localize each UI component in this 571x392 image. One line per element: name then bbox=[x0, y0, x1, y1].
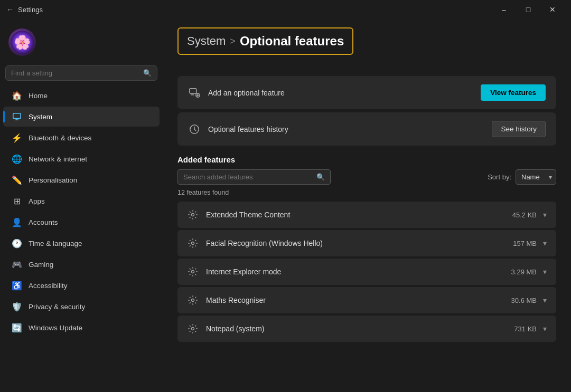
feature-row[interactable]: Facial Recognition (Windows Hello) 157 M… bbox=[177, 230, 556, 256]
feature-size: 157 MB bbox=[513, 240, 537, 247]
svg-rect-3 bbox=[190, 88, 196, 93]
feature-size: 45.2 KB bbox=[512, 211, 537, 219]
sort-select[interactable]: Name Size bbox=[516, 169, 556, 185]
update-icon: 🔄 bbox=[12, 322, 22, 333]
feature-right: 30.6 MB ▾ bbox=[511, 296, 547, 304]
sidebar-search-input[interactable] bbox=[11, 69, 139, 77]
accessibility-icon: ♿ bbox=[12, 280, 22, 291]
feature-gear-icon bbox=[187, 294, 199, 306]
features-search-icon: 🔍 bbox=[316, 173, 325, 181]
feature-row-left: Internet Explorer mode bbox=[187, 266, 281, 278]
feature-row-left: Extended Theme Content bbox=[187, 209, 290, 221]
maximize-button[interactable]: □ bbox=[516, 0, 540, 19]
feature-size: 731 KB bbox=[514, 325, 537, 333]
feature-name: Notepad (system) bbox=[206, 324, 264, 333]
sidebar-item-system[interactable]: System bbox=[3, 107, 160, 127]
feature-right: 731 KB ▾ bbox=[514, 324, 547, 333]
svg-point-9 bbox=[192, 214, 194, 216]
sidebar-item-network[interactable]: 🌐 Network & internet bbox=[3, 149, 160, 169]
title-bar-left: ← Settings bbox=[6, 5, 43, 14]
back-icon[interactable]: ← bbox=[6, 5, 14, 14]
sort-by-container: Sort by: Name Size bbox=[488, 169, 556, 185]
feature-list: Extended Theme Content 45.2 KB ▾ Facial … bbox=[177, 202, 556, 342]
sidebar-item-apps[interactable]: ⊞ Apps bbox=[3, 191, 160, 211]
feature-size: 30.6 MB bbox=[511, 297, 537, 304]
feature-name: Maths Recogniser bbox=[206, 296, 266, 304]
feature-row-left: Notepad (system) bbox=[187, 323, 264, 334]
chevron-down-icon: ▾ bbox=[543, 267, 547, 276]
system-icon bbox=[12, 111, 22, 122]
page-header-wrapper: System > Optional features bbox=[177, 27, 556, 65]
features-search-input[interactable] bbox=[183, 173, 312, 181]
features-toolbar: 🔍 Sort by: Name Size bbox=[177, 169, 556, 185]
feature-gear-icon bbox=[187, 266, 199, 278]
personalisation-icon: ✏️ bbox=[12, 175, 22, 185]
breadcrumb-current: Optional features bbox=[240, 34, 344, 49]
feature-row[interactable]: Extended Theme Content 45.2 KB ▾ bbox=[177, 202, 556, 228]
sidebar-item-accessibility[interactable]: ♿ Accessibility bbox=[3, 275, 160, 295]
features-count: 12 features found bbox=[177, 189, 556, 196]
avatar bbox=[8, 28, 36, 56]
svg-point-12 bbox=[192, 299, 194, 302]
svg-rect-0 bbox=[13, 113, 21, 119]
minimize-button[interactable]: – bbox=[492, 0, 516, 19]
sort-wrapper[interactable]: Name Size bbox=[516, 169, 556, 185]
features-search-box[interactable]: 🔍 bbox=[177, 169, 331, 185]
sidebar-item-personalisation[interactable]: ✏️ Personalisation bbox=[3, 170, 160, 190]
add-feature-card: Add an optional feature View features bbox=[177, 76, 556, 109]
sort-by-label: Sort by: bbox=[488, 173, 511, 181]
gaming-icon: 🎮 bbox=[12, 259, 22, 270]
feature-gear-icon bbox=[187, 209, 199, 221]
feature-size: 3.29 MB bbox=[511, 268, 537, 276]
sidebar-item-label-bluetooth: Bluetooth & devices bbox=[29, 134, 91, 142]
feature-row[interactable]: Internet Explorer mode 3.29 MB ▾ bbox=[177, 259, 556, 285]
sidebar-item-privacy[interactable]: 🛡️ Privacy & security bbox=[3, 297, 160, 317]
add-feature-left: Add an optional feature bbox=[188, 87, 285, 99]
breadcrumb-arrow: > bbox=[230, 36, 236, 47]
sidebar-item-time[interactable]: 🕐 Time & language bbox=[3, 233, 160, 253]
view-features-button[interactable]: View features bbox=[481, 84, 546, 101]
sidebar-item-label-network: Network & internet bbox=[29, 155, 87, 163]
feature-name: Facial Recognition (Windows Hello) bbox=[206, 239, 323, 247]
sidebar-item-accounts[interactable]: 👤 Accounts bbox=[3, 212, 160, 232]
history-icon bbox=[188, 123, 201, 136]
sidebar-item-label-system: System bbox=[29, 113, 52, 121]
sidebar: 🔍 🏠 Home System ⚡ Bluetooth & devices 🌐 … bbox=[0, 19, 163, 392]
avatar-image bbox=[11, 31, 34, 54]
sidebar-item-home[interactable]: 🏠 Home bbox=[3, 85, 160, 106]
main-content: System > Optional features Add an option… bbox=[163, 19, 571, 392]
svg-point-13 bbox=[192, 328, 194, 330]
sidebar-item-label-home: Home bbox=[29, 92, 48, 100]
feature-gear-icon bbox=[187, 323, 199, 334]
sidebar-item-label-update: Windows Update bbox=[29, 324, 82, 332]
feature-row-left: Maths Recogniser bbox=[187, 294, 266, 306]
close-button[interactable]: ✕ bbox=[540, 0, 565, 19]
breadcrumb: System > Optional features bbox=[177, 27, 353, 55]
privacy-icon: 🛡️ bbox=[12, 301, 22, 312]
history-left: Optional features history bbox=[188, 123, 288, 136]
sidebar-search-box[interactable]: 🔍 bbox=[5, 65, 157, 81]
history-label: Optional features history bbox=[208, 125, 288, 133]
feature-name: Extended Theme Content bbox=[206, 211, 290, 219]
svg-point-10 bbox=[192, 242, 194, 245]
title-bar: ← Settings – □ ✕ bbox=[0, 0, 571, 19]
sidebar-item-bluetooth[interactable]: ⚡ Bluetooth & devices bbox=[3, 128, 160, 148]
bluetooth-icon: ⚡ bbox=[12, 132, 22, 143]
feature-row[interactable]: Maths Recogniser 30.6 MB ▾ bbox=[177, 287, 556, 313]
feature-row[interactable]: Notepad (system) 731 KB ▾ bbox=[177, 315, 556, 342]
sidebar-item-gaming[interactable]: 🎮 Gaming bbox=[3, 254, 160, 274]
feature-gear-icon bbox=[187, 237, 199, 249]
sidebar-item-label-privacy: Privacy & security bbox=[29, 303, 85, 311]
apps-icon: ⊞ bbox=[12, 196, 22, 206]
feature-row-left: Facial Recognition (Windows Hello) bbox=[187, 237, 323, 249]
feature-name: Internet Explorer mode bbox=[206, 267, 281, 276]
breadcrumb-system: System bbox=[187, 34, 226, 48]
sidebar-item-label-accounts: Accounts bbox=[29, 218, 58, 226]
chevron-down-icon: ▾ bbox=[543, 324, 547, 333]
sidebar-item-update[interactable]: 🔄 Windows Update bbox=[3, 318, 160, 338]
app-body: 🔍 🏠 Home System ⚡ Bluetooth & devices 🌐 … bbox=[0, 19, 571, 392]
add-feature-icon bbox=[188, 87, 201, 99]
sidebar-item-label-accessibility: Accessibility bbox=[29, 282, 68, 290]
chevron-down-icon: ▾ bbox=[543, 296, 547, 304]
see-history-button[interactable]: See history bbox=[492, 121, 546, 137]
